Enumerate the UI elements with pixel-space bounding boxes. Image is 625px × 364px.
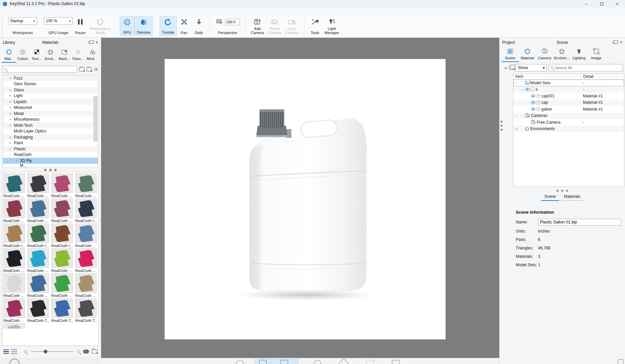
tree-toggle[interactable]: +	[9, 100, 14, 104]
scene-tree-row[interactable]: − s -	[513, 86, 624, 93]
project-tab[interactable]: Material	[519, 47, 536, 62]
material-thumbnail[interactable]: RealCloth ...	[27, 248, 50, 273]
menu-item[interactable]	[38, 10, 44, 12]
tree-scrollbar[interactable]	[93, 96, 97, 142]
library-tab[interactable]: Text...	[30, 47, 44, 63]
close-button[interactable]: ×	[609, 0, 625, 7]
project-tab[interactable]: Image	[588, 47, 605, 62]
perspective-value-input[interactable]	[225, 19, 240, 25]
scene-name-input[interactable]	[538, 219, 621, 225]
library-tab[interactable]: Colors	[16, 47, 30, 63]
close-panel-icon[interactable]: ×	[620, 41, 622, 44]
material-thumbnail[interactable]: RealCloth T...	[75, 298, 97, 323]
library-ribbon-icon[interactable]	[259, 360, 266, 364]
material-thumbnail[interactable]: RealCloth ...	[27, 174, 50, 198]
add-model-set-icon[interactable]	[509, 66, 514, 70]
library-search-input[interactable]	[3, 66, 77, 73]
tree-toggle[interactable]: +	[15, 159, 20, 163]
library-tree-item[interactable]: + Fuzz	[3, 75, 98, 81]
library-tree-item[interactable]: + Plastic	[3, 146, 98, 152]
library-tab[interactable]: ☆ Favo...	[71, 47, 85, 63]
tree-toggle[interactable]: +	[9, 141, 14, 145]
tree-toggle[interactable]: +	[9, 147, 14, 151]
pause-button[interactable]: Pause	[73, 16, 88, 36]
tree-toggle[interactable]: +	[9, 112, 14, 116]
project-tab[interactable]: Environ...	[553, 47, 570, 62]
light-manager-button[interactable]: Light Manager	[322, 16, 341, 36]
menu-item[interactable]	[65, 10, 71, 12]
camera-ribbon-icon[interactable]	[392, 360, 399, 364]
material-thumbnail[interactable]: RealCloth I...	[27, 223, 50, 248]
menu-item[interactable]	[4, 10, 10, 12]
library-tree-item[interactable]: + Paint	[3, 140, 98, 146]
minimize-button[interactable]: –	[578, 0, 594, 7]
visibility-eye-icon[interactable]	[531, 94, 535, 97]
project-tab[interactable]: Camera	[536, 47, 553, 62]
environment-ribbon-icon[interactable]	[236, 360, 244, 364]
scene-tree-row[interactable]: cap001 Material #1	[513, 93, 624, 99]
library-tree-item[interactable]: + Glass	[3, 87, 98, 93]
add-camera-button[interactable]: Add Camera	[249, 16, 266, 36]
geometry-ribbon-icon[interactable]	[338, 358, 349, 364]
tree-toggle[interactable]: −	[9, 153, 14, 157]
material-thumbnail[interactable]: RealCloth ...	[75, 273, 97, 298]
tree-toggle[interactable]: +	[9, 123, 14, 127]
tree-toggle[interactable]: +	[9, 135, 14, 139]
project-tab[interactable]: Lighting	[570, 47, 588, 62]
import-folder-icon[interactable]	[87, 67, 92, 71]
library-tab[interactable]: Mat...	[2, 47, 16, 63]
float-panel-icon[interactable]	[613, 41, 616, 44]
plastic-gallon-model[interactable]	[165, 59, 446, 339]
material-thumbnail[interactable]: RealCloth ...	[51, 273, 74, 298]
add-folder-icon[interactable]	[79, 67, 85, 71]
library-tree-item[interactable]: + Mold-Tech	[3, 122, 98, 128]
close-panel-icon[interactable]: ×	[95, 41, 98, 44]
scene-tree-row[interactable]: − Model Sets -	[513, 80, 624, 86]
zoom-out-icon[interactable]	[24, 350, 27, 353]
float-panel-icon[interactable]	[89, 41, 92, 44]
menu-item[interactable]	[31, 10, 37, 12]
export-folder-icon[interactable]	[92, 350, 97, 354]
scene-search-input[interactable]	[549, 64, 623, 71]
tree-toggle[interactable]: −	[521, 87, 524, 91]
tree-toggle[interactable]: +	[9, 76, 14, 80]
realtime-viewport[interactable]	[101, 38, 499, 358]
list-view-icon[interactable]	[3, 350, 9, 354]
tree-toggle[interactable]: +	[515, 127, 518, 131]
scene-tree-row[interactable]: + Environments	[513, 126, 624, 132]
dolly-button[interactable]: Dolly	[192, 16, 206, 36]
scene-tree-row[interactable]: gallon Material #1	[513, 106, 624, 113]
history-ribbon-icon[interactable]	[314, 360, 321, 364]
gpu-button[interactable]: G GPU	[120, 16, 135, 36]
library-tree-item[interactable]: + Liquids	[3, 99, 98, 105]
project-splitter[interactable]	[500, 189, 625, 193]
library-tree-item[interactable]: + Metal	[3, 111, 98, 117]
visibility-eye-icon[interactable]	[525, 88, 530, 91]
visibility-eye-icon[interactable]	[531, 108, 535, 111]
material-thumbnail[interactable]: RealCloth ...	[3, 199, 26, 223]
material-thumbnail[interactable]: RealCloth I...	[75, 199, 97, 223]
material-thumbnail[interactable]: RealCloth T...	[27, 298, 50, 323]
cloud-upload-icon[interactable]	[83, 350, 89, 354]
library-tree-item[interactable]: − RealCloth	[3, 152, 98, 158]
material-thumbnail[interactable]: RealCloth T...	[51, 298, 74, 323]
material-thumbnail[interactable]: RealCloth ...	[51, 174, 74, 198]
tree-toggle[interactable]: +	[9, 94, 14, 98]
material-thumbnail[interactable]: RealCloth ...	[75, 174, 97, 198]
material-thumbnail[interactable]: RealCloth ...	[75, 248, 97, 273]
material-thumbnail[interactable]: RealCloth ...	[75, 223, 97, 248]
menu-item[interactable]	[18, 10, 24, 12]
perspective-control[interactable]: Perspective	[214, 16, 242, 36]
material-thumbnail[interactable]: RealCloth I...	[3, 223, 26, 248]
tree-toggle[interactable]: +	[9, 117, 14, 121]
slider-knob[interactable]	[44, 350, 47, 354]
material-thumbnail[interactable]	[3, 323, 26, 329]
material-thumbnail[interactable]: RealCloth ...	[3, 298, 26, 323]
material-thumbnail[interactable]: RealCloth ...	[3, 174, 26, 198]
tree-toggle[interactable]: +	[9, 88, 14, 92]
panel-splitter-dots[interactable]	[501, 121, 503, 131]
tumble-button[interactable]: Tumble	[160, 16, 176, 36]
library-splitter[interactable]	[0, 168, 101, 172]
tab-materials-bottom[interactable]: Materials	[561, 193, 584, 201]
visibility-eye-icon[interactable]	[531, 101, 535, 104]
